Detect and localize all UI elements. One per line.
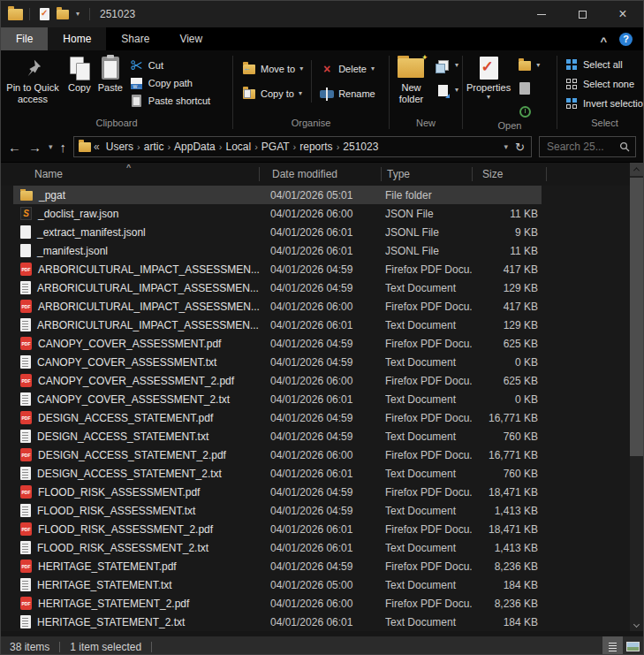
file-name-cell: _doclist_raw.json	[13, 207, 270, 220]
file-size: 760 KB	[472, 430, 540, 443]
breadcrumb-item[interactable]: 251023	[339, 141, 382, 153]
file-row[interactable]: _pgat04/01/2026 05:01File folder	[13, 186, 542, 204]
properties-button[interactable]: Properties ▾	[463, 53, 514, 101]
tab-file[interactable]: File	[1, 27, 48, 50]
refresh-button[interactable]: ↻	[515, 141, 525, 154]
copy-path-button[interactable]: Copy path	[126, 74, 214, 92]
easy-access-button[interactable]: ▾	[433, 81, 462, 99]
file-type: Firefox PDF Docu...	[385, 560, 472, 573]
breadcrumb-item[interactable]: artic	[140, 141, 168, 153]
file-name: _manifest.jsonl	[37, 245, 108, 257]
tab-share[interactable]: Share	[106, 27, 164, 50]
move-to-button[interactable]: Move to ▾	[239, 60, 307, 78]
file-row[interactable]: ARBORICULTURAL_IMPACT_ASSESSMEN...04/01/…	[13, 316, 542, 334]
cut-button[interactable]: Cut	[126, 57, 214, 74]
file-row[interactable]: ARBORICULTURAL_IMPACT_ASSESSMEN...04/01/…	[13, 278, 542, 297]
search-input[interactable]	[545, 140, 616, 154]
column-header-name[interactable]: Name	[1, 168, 270, 180]
breadcrumb-item[interactable]: PGAT	[258, 141, 293, 153]
minimize-button[interactable]	[521, 1, 562, 27]
maximize-button[interactable]	[562, 1, 602, 27]
breadcrumb-item[interactable]: Users	[102, 141, 137, 153]
delete-button[interactable]: × Delete ▾	[316, 60, 379, 78]
tab-view[interactable]: View	[164, 27, 217, 50]
back-button[interactable]: ←	[8, 141, 21, 154]
easy-access-icon	[436, 83, 451, 97]
close-button[interactable]: ×	[602, 1, 643, 27]
column-divider[interactable]	[381, 167, 382, 181]
select-none-button[interactable]: Select none	[561, 75, 638, 93]
vertical-scrollbar[interactable]	[630, 163, 643, 631]
file-row[interactable]: FLOOD_RISK_ASSESSMENT.pdf04/01/2026 04:5…	[13, 483, 542, 501]
rename-button[interactable]: Rename	[316, 85, 379, 103]
forward-button[interactable]: →	[28, 141, 42, 154]
details-view-button[interactable]	[602, 636, 623, 655]
file-name-cell: _extract_manifest.jsonl	[13, 225, 270, 239]
invert-selection-button[interactable]: Invert selection	[561, 95, 644, 112]
file-row[interactable]: _extract_manifest.jsonl04/01/2026 06:01J…	[13, 223, 542, 241]
chevron-down-icon: ▾	[455, 87, 458, 94]
file-row[interactable]: _manifest.jsonl04/01/2026 06:01JSONL Fil…	[13, 241, 542, 260]
help-button[interactable]: ?	[619, 33, 633, 46]
select-all-button[interactable]: Select all	[561, 56, 626, 73]
file-type: Firefox PDF Docu...	[385, 523, 472, 536]
column-divider[interactable]	[472, 167, 473, 181]
open-button[interactable]: ▾	[514, 57, 543, 74]
file-row[interactable]: ARBORICULTURAL_IMPACT_ASSESSMEN...04/01/…	[13, 260, 542, 278]
search-icon[interactable]	[619, 141, 630, 152]
file-row[interactable]: _doclist_raw.json04/01/2026 06:00JSON Fi…	[13, 204, 542, 223]
file-row[interactable]: FLOOD_RISK_ASSESSMENT_2.pdf04/01/2026 06…	[13, 520, 542, 538]
breadcrumb-item[interactable]: Local	[222, 141, 254, 153]
scrollbar-thumb[interactable]	[630, 178, 643, 456]
file-row[interactable]: DESIGN_ACCESS_STATEMENT.pdf04/01/2026 04…	[13, 408, 542, 427]
qat-customize-button[interactable]: ▾	[72, 1, 83, 27]
scroll-up-button[interactable]	[630, 163, 643, 176]
tab-home[interactable]: Home	[48, 27, 106, 50]
history-button[interactable]	[514, 103, 543, 120]
breadcrumb-item[interactable]: AppData	[170, 141, 219, 153]
file-row[interactable]: HERITAGE_STATEMENT.txt04/01/2026 05:00Te…	[13, 575, 542, 594]
file-row[interactable]: CANOPY_COVER_ASSESSMENT_2.pdf04/01/2026 …	[13, 371, 542, 390]
file-row[interactable]: DESIGN_ACCESS_STATEMENT_2.pdf04/01/2026 …	[13, 446, 542, 464]
copy-icon	[70, 56, 89, 80]
qat-properties-button[interactable]	[36, 1, 53, 27]
file-name-cell: FLOOD_RISK_ASSESSMENT_2.txt	[13, 541, 270, 554]
copy-button[interactable]: Copy	[64, 53, 95, 94]
copy-to-button[interactable]: Copy to ▾	[239, 85, 307, 103]
file-row[interactable]: CANOPY_COVER_ASSESSMENT.pdf04/01/2026 04…	[13, 334, 542, 353]
file-row[interactable]: DESIGN_ACCESS_STATEMENT_2.txt04/01/2026 …	[13, 464, 542, 483]
file-row[interactable]: ARBORICULTURAL_IMPACT_ASSESSMEN...04/01/…	[13, 297, 542, 316]
column-divider[interactable]	[259, 167, 260, 181]
file-row[interactable]: HERITAGE_STATEMENT_2.txt04/01/2026 06:01…	[13, 613, 542, 631]
chevron-down-icon: ▾	[455, 62, 458, 69]
new-item-button[interactable]: ▾	[433, 57, 462, 74]
recent-locations-button[interactable]: ▾	[49, 143, 53, 151]
column-divider[interactable]	[546, 167, 547, 181]
breadcrumb[interactable]: « Users›artic›AppData›Local›PGAT›reports…	[73, 136, 532, 157]
file-row[interactable]: HERITAGE_STATEMENT_2.pdf04/01/2026 06:00…	[13, 594, 542, 613]
breadcrumb-overflow[interactable]: «	[94, 141, 100, 153]
edit-button[interactable]	[514, 80, 543, 97]
file-name-cell: FLOOD_RISK_ASSESSMENT.pdf	[13, 485, 270, 499]
qat-new-folder-button[interactable]	[53, 1, 72, 27]
file-row[interactable]: CANOPY_COVER_ASSESSMENT.txt04/01/2026 04…	[13, 353, 542, 371]
file-row[interactable]: FLOOD_RISK_ASSESSMENT_2.txt04/01/2026 06…	[13, 538, 542, 557]
column-header-size[interactable]: Size	[472, 168, 542, 180]
file-date-modified: 04/01/2026 04:59	[270, 338, 385, 350]
new-folder-button[interactable]: New folder	[390, 53, 433, 105]
column-header-date-modified[interactable]: Date modified	[270, 168, 385, 180]
up-button[interactable]: ↑	[60, 141, 67, 154]
column-header-type[interactable]: Type	[385, 168, 472, 180]
breadcrumb-item[interactable]: reports	[296, 141, 336, 153]
pin-to-quick-access-button[interactable]: Pin to Quick access	[1, 53, 64, 105]
file-row[interactable]: FLOOD_RISK_ASSESSMENT.txt04/01/2026 04:5…	[13, 501, 542, 520]
file-row[interactable]: HERITAGE_STATEMENT.pdf04/01/2026 04:59Fi…	[13, 557, 542, 575]
paste-shortcut-button[interactable]: Paste shortcut	[126, 92, 214, 110]
thumbnail-view-button[interactable]	[623, 636, 643, 655]
scroll-down-button[interactable]	[630, 618, 643, 631]
file-row[interactable]: DESIGN_ACCESS_STATEMENT.txt04/01/2026 04…	[13, 427, 542, 446]
paste-button[interactable]: Paste	[95, 53, 126, 94]
address-dropdown-button[interactable]: ▾	[504, 143, 509, 151]
collapse-ribbon-button[interactable]: ^	[600, 34, 607, 48]
file-row[interactable]: CANOPY_COVER_ASSESSMENT_2.txt04/01/2026 …	[13, 390, 542, 408]
